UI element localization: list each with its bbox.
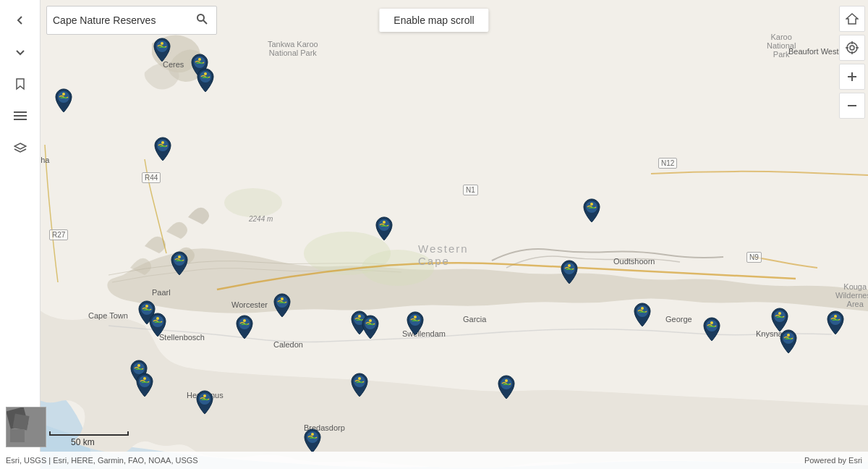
- attribution: Esri, USGS | Esri, HERE, Garmin, FAO, NO…: [0, 452, 868, 469]
- search-button[interactable]: [193, 10, 210, 30]
- svg-point-37: [137, 364, 140, 367]
- left-sidebar: [0, 0, 41, 469]
- svg-point-31: [178, 255, 181, 258]
- attribution-right: Powered by Esri: [804, 456, 862, 465]
- map-thumbnail[interactable]: [6, 407, 46, 447]
- svg-point-43: [243, 319, 246, 322]
- back-button[interactable]: [6, 6, 35, 35]
- attribution-left: Esri, USGS | Esri, HERE, Garmin, FAO, NO…: [6, 456, 198, 465]
- map-marker[interactable]: [702, 316, 722, 341]
- home-button[interactable]: [839, 6, 865, 32]
- map-marker[interactable]: [582, 198, 602, 222]
- map-marker[interactable]: [374, 216, 394, 240]
- svg-point-69: [787, 334, 790, 337]
- map-marker[interactable]: [360, 314, 380, 339]
- map-marker[interactable]: [349, 372, 370, 397]
- map-marker[interactable]: [272, 292, 292, 317]
- svg-point-51: [383, 221, 386, 224]
- map-marker[interactable]: [153, 136, 173, 161]
- svg-point-73: [311, 433, 314, 436]
- svg-rect-77: [10, 429, 25, 442]
- bookmark-button[interactable]: [6, 69, 35, 98]
- search-input[interactable]: [53, 14, 190, 26]
- svg-point-29: [161, 141, 164, 144]
- svg-point-67: [778, 312, 781, 315]
- dropdown-button[interactable]: [6, 38, 35, 67]
- map-marker[interactable]: [302, 428, 323, 452]
- svg-point-57: [505, 379, 508, 382]
- zoom-out-button[interactable]: [839, 93, 865, 119]
- svg-point-2: [362, 250, 434, 286]
- svg-point-63: [641, 307, 644, 310]
- menu-button[interactable]: [6, 101, 35, 130]
- svg-point-41: [203, 394, 206, 397]
- map-marker[interactable]: [169, 250, 190, 275]
- map-marker[interactable]: [770, 307, 790, 331]
- map-background: [0, 0, 868, 469]
- svg-point-35: [156, 317, 159, 320]
- svg-line-9: [203, 20, 207, 24]
- svg-marker-10: [846, 14, 858, 24]
- svg-point-61: [590, 203, 593, 206]
- svg-point-25: [198, 58, 201, 61]
- map-marker[interactable]: [135, 372, 155, 397]
- map-marker[interactable]: [152, 37, 172, 62]
- svg-point-33: [145, 305, 148, 308]
- scale-label: 50 km: [71, 437, 95, 447]
- map-marker[interactable]: [54, 88, 74, 112]
- svg-point-11: [850, 46, 854, 50]
- svg-point-59: [568, 264, 571, 267]
- map-marker[interactable]: [405, 310, 425, 335]
- svg-point-49: [369, 319, 372, 322]
- map-marker[interactable]: [496, 374, 516, 399]
- svg-point-65: [710, 321, 713, 324]
- svg-point-39: [143, 377, 146, 380]
- svg-point-45: [281, 297, 284, 300]
- svg-rect-76: [12, 413, 29, 430]
- locate-button[interactable]: [839, 35, 865, 61]
- zoom-in-button[interactable]: [839, 64, 865, 90]
- search-box: [46, 6, 217, 35]
- map-marker[interactable]: [559, 259, 579, 284]
- svg-point-8: [197, 14, 204, 21]
- svg-marker-7: [14, 143, 26, 149]
- map-marker[interactable]: [195, 67, 216, 92]
- enable-scroll-banner[interactable]: Enable map scroll: [379, 9, 488, 32]
- svg-point-3: [224, 188, 282, 217]
- svg-point-21: [62, 93, 65, 96]
- map-container[interactable]: Enable map scroll: [0, 0, 868, 469]
- svg-point-55: [358, 377, 361, 380]
- map-marker[interactable]: [778, 329, 799, 353]
- top-bar: [41, 0, 223, 41]
- scale-line: [49, 431, 129, 436]
- map-marker[interactable]: [234, 314, 255, 339]
- svg-point-23: [161, 42, 163, 45]
- right-toolbar: [836, 0, 868, 469]
- map-marker[interactable]: [632, 302, 652, 326]
- map-marker[interactable]: [148, 312, 168, 337]
- map-marker[interactable]: [195, 389, 215, 414]
- scale-bar: 50 km: [49, 431, 129, 447]
- layers-button[interactable]: [6, 133, 35, 162]
- svg-point-27: [204, 72, 207, 75]
- svg-point-12: [847, 43, 857, 53]
- svg-point-53: [414, 316, 417, 318]
